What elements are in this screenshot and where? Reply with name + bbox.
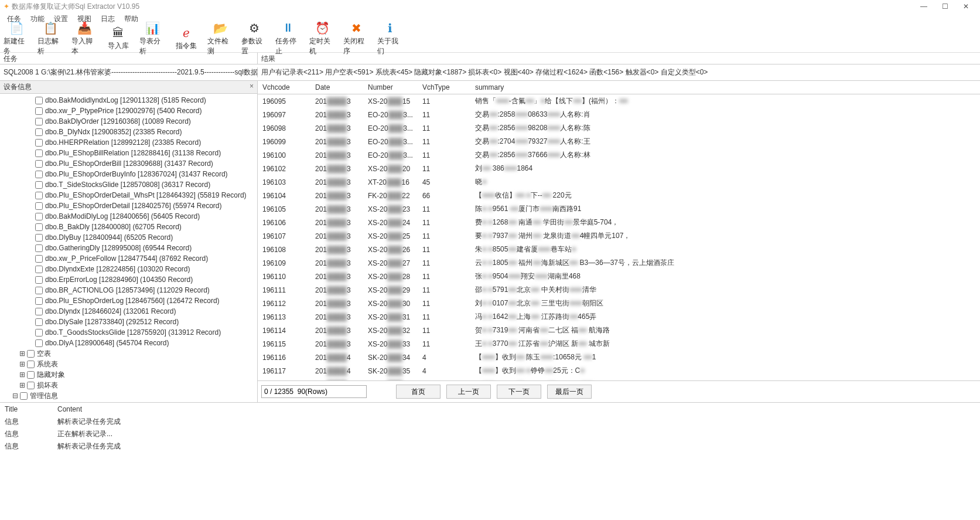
col-Date[interactable]: Date — [310, 81, 363, 94]
tree-table-row[interactable]: dbo.GatheringDly [128995008] (69544 Reco… — [35, 243, 257, 253]
table-row[interactable]: 196098201████3EO-20███3...11交易■■:2856■■■… — [258, 121, 980, 135]
tree-table-row[interactable]: dbo.DlyBuy [128400944] (65205 Record) — [35, 232, 257, 243]
tree-table-row[interactable]: dbo.BakModidlyndxLog [129011328] (5185 R… — [35, 95, 257, 106]
table-row[interactable]: 196112201████3XS-20███3011刘■ ■0107■■北京■■… — [258, 297, 980, 310]
tree-checkbox[interactable] — [35, 149, 43, 157]
tree-table-row[interactable]: dbo.Plu_EShopOrderDetail [128402576] (55… — [35, 200, 257, 211]
tree-checkbox[interactable] — [35, 97, 43, 104]
col-summary[interactable]: summary — [470, 81, 980, 94]
tree-checkbox[interactable] — [35, 297, 43, 305]
tree-table-row[interactable]: dbo.B_DlyNdx [129008352] (23385 Record) — [35, 127, 257, 137]
tree-table-row[interactable]: dbo.xw_P_PriceFollow [128477544] (87692 … — [35, 253, 257, 264]
tree-checkbox[interactable] — [35, 192, 43, 199]
tree-checkbox[interactable] — [35, 329, 43, 337]
table-row[interactable]: 196108201████3XS-20███2611朱■ ■8505■■建省厦■… — [258, 243, 980, 256]
tree-checkbox[interactable] — [27, 382, 35, 389]
tree-checkbox[interactable] — [35, 318, 43, 326]
toolbar-导入脚本[interactable]: 📥导入脚本 — [71, 21, 97, 56]
tree-group-空表[interactable]: ⊞空表 — [19, 348, 257, 359]
table-row[interactable]: 196114201████3XS-20███3211贺■ ■7319■■ 河南省… — [258, 324, 980, 337]
tree-table-row[interactable]: dbo.Plu_EShopBillRelation [128288416] (3… — [35, 148, 257, 158]
data-grid[interactable]: VchcodeDateNumberVchTypesummary196095201… — [258, 81, 980, 380]
toolbar-新建任务[interactable]: 📄新建任务 — [4, 21, 29, 56]
table-row[interactable]: 196095201████3XS-20███1511销售「■■■-含氟■■」■给… — [258, 94, 980, 108]
tree-table-row[interactable]: dbo.T_GoodsStocksGlide [128755920] (3139… — [35, 327, 257, 338]
table-row[interactable]: 196111201████3XS-20███2911邵■ ■5791■■北京■■… — [258, 283, 980, 297]
tree-checkbox[interactable] — [27, 361, 35, 368]
tree-table-row[interactable]: dbo.Plu_EShopOrderBill [128309688] (3143… — [35, 158, 257, 169]
maximize-button[interactable]: ☐ — [934, 2, 955, 11]
first-page-button[interactable]: 首页 — [396, 385, 441, 399]
toolbar-任务停止[interactable]: ⏸任务停止 — [275, 21, 301, 56]
table-row[interactable]: 196106201████3XS-20███2411费■ ■1268■■ 南通■… — [258, 216, 980, 229]
tree-checkbox[interactable] — [35, 160, 43, 168]
table-row[interactable]: 196110201████3XS-20███2811张■ ■9504■■■翔安■… — [258, 270, 980, 283]
tree-group-损坏表[interactable]: ⊞损坏表 — [19, 380, 257, 390]
tree-table-row[interactable]: dbo.BR_ACTIONLOG [128573496] (112029 Rec… — [35, 285, 257, 295]
tree-table-row[interactable]: dbo.HHERPRelation [128992128] (23385 Rec… — [35, 137, 257, 148]
tree-checkbox[interactable] — [35, 171, 43, 178]
tree-table-row[interactable]: dbo.ErpErrorLog [128284960] (104350 Reco… — [35, 274, 257, 285]
table-row[interactable]: 196102201████3XS-20███2011刘■■ 386■■■1864 — [258, 162, 980, 175]
table-row[interactable]: 196115201████3XS-20███3311王■ ■3770■■ 江苏省… — [258, 337, 980, 351]
col-Number[interactable]: Number — [363, 81, 418, 94]
toolbar-关闭程序[interactable]: ✖关闭程序 — [343, 21, 369, 56]
tree-checkbox[interactable] — [35, 181, 43, 189]
expander-icon[interactable]: ⊞ — [19, 381, 26, 389]
tree-table-row[interactable]: dbo.BakDlyOrder [129160368] (10089 Recor… — [35, 116, 257, 127]
expander-icon[interactable]: ⊞ — [19, 371, 26, 379]
table-row[interactable]: 196100201████3EO-20███3...11交易■■:2856■■■… — [258, 148, 980, 162]
tree-checkbox[interactable] — [35, 234, 43, 242]
tree-checkbox[interactable] — [35, 308, 43, 315]
table-row[interactable]: 196104201████3FK-20███2266【■■■收信】■■ ■下--… — [258, 189, 980, 202]
tree-checkbox[interactable] — [35, 202, 43, 210]
toolbar-定时关机[interactable]: ⏰定时关机 — [309, 21, 335, 56]
tree-checkbox[interactable] — [35, 213, 43, 220]
toolbar-文件检测[interactable]: 📂文件检测 — [207, 21, 233, 56]
tree-table-row[interactable]: dbo.DlySale [128733840] (292512 Record) — [35, 317, 257, 327]
tree-table-row[interactable]: dbo.DlyA [128900648] (545704 Record) — [35, 338, 257, 348]
tree-checkbox[interactable] — [27, 371, 35, 379]
tree-checkbox[interactable] — [20, 392, 28, 400]
tree-checkbox[interactable] — [35, 276, 43, 284]
toolbar-日志解析[interactable]: 📋日志解析 — [37, 21, 63, 56]
table-row[interactable]: 196109201████3XS-20███2711云■ ■1805■■ 福州■… — [258, 256, 980, 270]
tree-checkbox[interactable] — [35, 107, 43, 115]
toolbar-导表分析[interactable]: 📊导表分析 — [139, 21, 165, 56]
table-row[interactable]: 196107201████3XS-20███2511要■ ■7937■■ 湖州■… — [258, 229, 980, 243]
expander-icon[interactable]: ⊟ — [12, 392, 19, 400]
table-row[interactable]: 196099201████3EO-20███3...11交易■■:2704■■■… — [258, 135, 980, 148]
toolbar-参数设置[interactable]: ⚙参数设置 — [241, 21, 267, 56]
prev-page-button[interactable]: 上一页 — [446, 385, 491, 399]
tree-table-row[interactable]: dbo.B_BakDly [128400080] (62705 Record) — [35, 222, 257, 232]
tree-table-row[interactable]: dbo.Plu_EShopOrderBuyInfo [128367024] (3… — [35, 169, 257, 179]
col-Vchcode[interactable]: Vchcode — [258, 81, 310, 94]
tree-checkbox[interactable] — [27, 350, 35, 358]
tree-table-row[interactable]: dbo.BakModiDlyLog [128400656] (56405 Rec… — [35, 211, 257, 222]
toolbar-导入库[interactable]: 🏛导入库 — [105, 26, 131, 51]
tree-checkbox[interactable] — [35, 287, 43, 294]
close-panel-icon[interactable]: × — [250, 82, 254, 92]
tree-checkbox[interactable] — [35, 255, 43, 263]
tree-checkbox[interactable] — [35, 244, 43, 252]
table-row[interactable]: 196105201████3XS-20███2311陈■ ■9561 ■■厦门市… — [258, 202, 980, 216]
page-input[interactable] — [261, 385, 367, 398]
tree-table-row[interactable]: dbo.Plu_EShopOrderLog [128467560] (12647… — [35, 295, 257, 306]
tree-mgmt[interactable]: ⊟管理信息 — [12, 390, 257, 401]
table-row[interactable]: 196113201████3XS-20███3111冯■ ■1642■■上海■■… — [258, 310, 980, 324]
minimize-button[interactable]: — — [913, 2, 934, 11]
tree-table-row[interactable]: dbo.Plu_EShopOrderDetail_WhsPt [12846439… — [35, 190, 257, 200]
tree-checkbox[interactable] — [35, 339, 43, 347]
table-row[interactable]: 196116201████4SK-20███344【■■■】收到■■ 陈玉■■■… — [258, 351, 980, 364]
tree-table-row[interactable]: dbo.Dlyndx [128466024] (132061 Record) — [35, 306, 257, 317]
expander-icon[interactable]: ⊞ — [19, 360, 26, 368]
tree-table-row[interactable]: dbo.xw_P_PtypePrice [129002976] (5400 Re… — [35, 106, 257, 116]
tree-checkbox[interactable] — [35, 266, 43, 273]
menu-日志[interactable]: 日志 — [96, 13, 119, 25]
table-row[interactable]: 196097201████3EO-20███3...11交易■■:2858■■■… — [258, 108, 980, 121]
tree-group-系统表[interactable]: ⊞系统表 — [19, 359, 257, 369]
table-row[interactable]: 196117201████4SK-20███354【■■■】收到■■ ■铮铮■■… — [258, 364, 980, 378]
tree-checkbox[interactable] — [35, 128, 43, 136]
tree-checkbox[interactable] — [35, 118, 43, 125]
tree-table-row[interactable]: dbo.DlyndxExte [128224856] (103020 Recor… — [35, 264, 257, 274]
